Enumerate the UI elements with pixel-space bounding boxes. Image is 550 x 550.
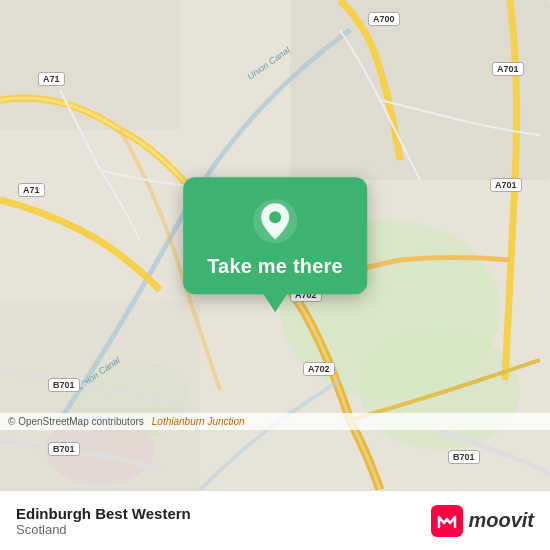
attribution-bar: © OpenStreetMap contributors Lothianburn…	[0, 413, 550, 430]
road-badge-b701-2: B701	[48, 442, 80, 456]
location-info: Edinburgh Best Western Scotland	[16, 505, 191, 537]
take-me-there-label: Take me there	[207, 255, 343, 278]
junction-label: Lothianburn Junction	[152, 416, 245, 427]
moovit-icon	[431, 505, 463, 537]
attribution-text: © OpenStreetMap contributors	[8, 416, 144, 427]
location-pin-icon	[251, 197, 299, 245]
road-badge-a71-2: A71	[18, 183, 45, 197]
road-badge-a701-2: A701	[490, 178, 522, 192]
road-badge-b701-3: B701	[448, 450, 480, 464]
road-badge-a71-1: A71	[38, 72, 65, 86]
location-name: Edinburgh Best Western	[16, 505, 191, 522]
road-badge-a700: A700	[368, 12, 400, 26]
popup-tail	[262, 292, 288, 312]
svg-point-11	[269, 211, 281, 223]
road-badge-b701-1: B701	[48, 378, 80, 392]
bottom-bar: Edinburgh Best Western Scotland moovit	[0, 490, 550, 550]
map-container: Union Canal Union Canal A71 A7	[0, 0, 550, 490]
road-badge-a701-1: A701	[492, 62, 524, 76]
location-region: Scotland	[16, 522, 191, 537]
road-badge-a702-2: A702	[303, 362, 335, 376]
moovit-logo: moovit	[431, 505, 534, 537]
take-me-there-popup[interactable]: Take me there	[183, 177, 367, 294]
svg-rect-7	[0, 300, 200, 490]
moovit-text: moovit	[468, 509, 534, 532]
